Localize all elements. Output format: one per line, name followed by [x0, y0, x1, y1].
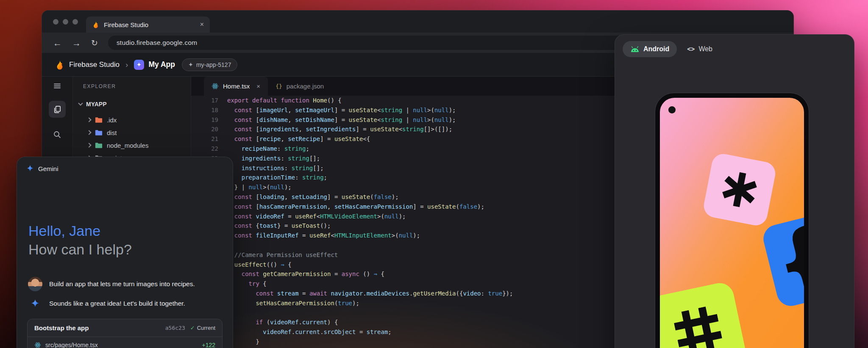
- line-number: 20: [191, 124, 222, 134]
- tree-root[interactable]: MYAPP: [79, 99, 107, 110]
- chat-message-user: Build an app that lets me turn images in…: [28, 276, 223, 292]
- menu-button[interactable]: [49, 77, 66, 94]
- tree-item-label: dist: [107, 129, 117, 136]
- brace-tile: {: [760, 208, 804, 309]
- check-icon: ✓: [190, 325, 195, 331]
- window-close-button[interactable]: [53, 19, 58, 25]
- spark-icon: [136, 62, 142, 67]
- preview-panel: Android <> Web {: [615, 34, 854, 348]
- chat-message-assistant: Sounds like a great idea! Let's build it…: [28, 296, 223, 311]
- line-number: 17: [191, 96, 222, 105]
- tree-item-node_modules[interactable]: node_modules: [73, 139, 191, 152]
- tree-item-label: node_modules: [107, 142, 148, 149]
- code-icon: <>: [687, 45, 695, 53]
- address-url: studio.firebase.google.com: [117, 39, 197, 47]
- editor-tab-home[interactable]: Home.tsx ×: [204, 77, 268, 96]
- window-controls: [53, 19, 78, 25]
- tree-item-idx[interactable]: .idx: [73, 113, 191, 126]
- folder-icon: [95, 142, 103, 149]
- chevron-right-icon: [86, 143, 91, 147]
- react-icon: [34, 342, 41, 348]
- gemini-icon: [26, 165, 34, 172]
- preview-toggles: Android <> Web: [623, 41, 712, 58]
- changed-file-row[interactable]: src/pages/Home.tsx +122: [28, 337, 222, 348]
- firebase-logo-icon: [55, 60, 65, 70]
- chevron-right-icon: [86, 117, 91, 122]
- explorer-title: EXPLORER: [83, 83, 116, 89]
- line-number: 22: [191, 144, 222, 154]
- product-name: Firebase Studio: [69, 61, 120, 69]
- tab-close-icon[interactable]: ×: [200, 21, 204, 28]
- gemini-greeting: Hello, Jane How can I help?: [28, 221, 132, 259]
- bootstrap-card[interactable]: Bootstrap the app a56c23 ✓ Current src/p…: [27, 319, 223, 348]
- grid-tile: [660, 280, 748, 348]
- phone-screen: {: [660, 98, 804, 348]
- back-button[interactable]: ←: [53, 39, 62, 47]
- user-avatar: [28, 277, 42, 291]
- phone-mockup: {: [655, 93, 809, 348]
- breadcrumb-separator: ›: [125, 60, 128, 69]
- changed-file-path: src/pages/Home.tsx: [45, 342, 198, 348]
- gemini-icon: [28, 299, 42, 308]
- gemini-title: Gemini: [38, 165, 58, 172]
- window-minimize-button[interactable]: [63, 19, 68, 25]
- chat-messages: Build an app that lets me turn images in…: [28, 276, 223, 311]
- tree-item-label: .idx: [107, 116, 117, 124]
- bootstrap-card-header: Bootstrap the app a56c23 ✓ Current: [28, 319, 222, 337]
- project-badge[interactable]: my-app-5127: [182, 58, 238, 71]
- chevron-down-icon: [78, 101, 83, 105]
- forward-button[interactable]: →: [72, 39, 81, 47]
- explorer-button[interactable]: [49, 101, 66, 118]
- desktop-background: { "window": { "tab_title": "Firebase Stu…: [0, 0, 868, 348]
- editor-tab-label: Home.tsx: [223, 83, 250, 90]
- line-number: 18: [191, 105, 222, 115]
- greeting-primary: Hello, Jane: [28, 221, 132, 240]
- firebase-logo-icon: [92, 21, 100, 28]
- grid-icon: [672, 304, 724, 348]
- tree-root-label: MYAPP: [86, 101, 107, 108]
- asterisk-icon: [717, 167, 762, 213]
- search-icon: [53, 130, 61, 139]
- chevron-right-icon: [86, 130, 91, 135]
- browser-titlebar: Firebase Studio ×: [42, 11, 793, 33]
- android-icon: [630, 46, 640, 52]
- editor-tab-package[interactable]: {} package.json: [268, 77, 331, 96]
- line-number: 21: [191, 134, 222, 144]
- tree-item-dist[interactable]: dist: [73, 126, 191, 139]
- browser-tab[interactable]: Firebase Studio ×: [86, 17, 210, 33]
- camera-punch-hole: [668, 106, 676, 113]
- app-icon: [134, 60, 144, 70]
- asterisk-tile: [702, 152, 777, 227]
- window-zoom-button[interactable]: [72, 19, 78, 25]
- close-icon[interactable]: ×: [256, 83, 260, 90]
- gemini-panel: Gemini Hello, Jane How can I help? Build…: [17, 157, 233, 348]
- react-icon: [211, 83, 219, 90]
- line-number: 19: [191, 115, 222, 125]
- toggle-web[interactable]: <> Web: [687, 45, 712, 53]
- assistant-message-text: Sounds like a great idea! Let's build it…: [49, 300, 185, 307]
- search-button[interactable]: [49, 126, 66, 143]
- hamburger-icon: [53, 82, 61, 90]
- app-name: My App: [148, 60, 175, 69]
- toggle-android-label: Android: [643, 45, 669, 53]
- spark-icon: [188, 62, 193, 67]
- browser-tab-title: Firebase Studio: [104, 21, 196, 28]
- greeting-secondary: How can I help?: [28, 240, 132, 259]
- braces-icon: {}: [275, 83, 282, 89]
- toggle-web-label: Web: [698, 45, 712, 53]
- user-message-text: Build an app that lets me turn images in…: [49, 280, 195, 288]
- brace-icon: {: [767, 214, 804, 306]
- bootstrap-card-title: Bootstrap the app: [34, 324, 165, 331]
- toggle-android[interactable]: Android: [623, 41, 677, 57]
- folder-icon: [95, 130, 103, 136]
- status-badge: Current: [197, 325, 215, 331]
- editor-tab-label: package.json: [287, 83, 324, 90]
- reload-button[interactable]: ↻: [91, 39, 98, 47]
- gemini-header: Gemini: [26, 165, 58, 172]
- folder-icon: [95, 117, 103, 123]
- diff-additions: +122: [202, 342, 215, 348]
- commit-hash: a56c23: [165, 325, 185, 331]
- files-icon: [53, 105, 62, 114]
- project-id: my-app-5127: [196, 61, 231, 68]
